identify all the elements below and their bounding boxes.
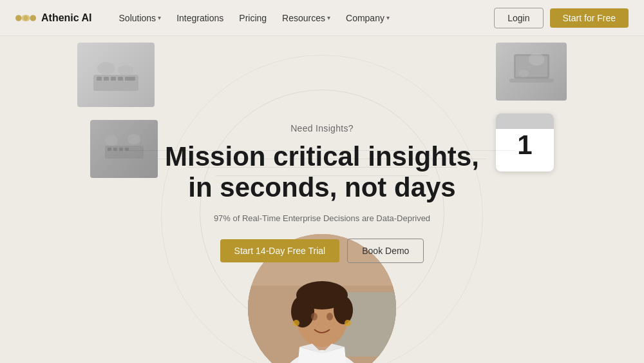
svg-point-12 (518, 70, 529, 77)
svg-point-30 (327, 313, 333, 320)
solutions-chevron-icon: ▾ (158, 14, 161, 21)
hands-typing-icon (99, 126, 150, 172)
company-chevron-icon: ▾ (386, 14, 390, 21)
svg-rect-1 (97, 77, 102, 81)
demo-button[interactable]: Book Demo (347, 239, 424, 263)
nav-solutions-label: Solutions (119, 13, 156, 23)
nav-company-label: Company (346, 13, 384, 23)
navbar: Athenic AI Solutions ▾ Integrations Pric… (0, 0, 644, 36)
svg-rect-15 (113, 148, 117, 151)
svg-rect-4 (118, 77, 123, 81)
svg-point-32 (345, 320, 351, 326)
svg-point-7 (118, 65, 133, 75)
brand-name: Athenic AI (41, 12, 92, 24)
nav-solutions[interactable]: Solutions ▾ (113, 9, 168, 27)
nav-pricing-label: Pricing (239, 13, 267, 23)
nav-resources-label: Resources (282, 13, 325, 23)
svg-rect-5 (125, 77, 135, 81)
svg-rect-17 (125, 148, 129, 151)
keyboard-hands-icon (90, 52, 142, 97)
hero-title: Mission critical insights, in seconds, n… (155, 141, 489, 204)
svg-point-28 (334, 296, 353, 324)
trial-button[interactable]: Start 14-Day Free Trial (220, 239, 340, 262)
hero-section: 1 Need Insights? Mission critical insigh… (0, 36, 644, 363)
svg-rect-10 (509, 79, 554, 83)
svg-point-6 (97, 62, 115, 75)
login-button[interactable]: Login (494, 8, 543, 28)
svg-point-19 (128, 134, 140, 144)
logo-icon (15, 12, 36, 25)
laptop-overhead-icon (504, 48, 559, 96)
calendar-header (496, 113, 554, 129)
svg-rect-14 (108, 148, 111, 151)
hero-image-top-left (77, 43, 155, 107)
nav-resources[interactable]: Resources ▾ (276, 9, 337, 27)
hero-buttons: Start 14-Day Free Trial Book Demo (155, 239, 489, 263)
hero-stat: 97% of Real-Time Enterprise Decisions ar… (155, 213, 489, 223)
nav-integrations-label: Integrations (176, 13, 223, 23)
nav-pricing[interactable]: Pricing (232, 9, 273, 27)
svg-rect-16 (119, 148, 123, 151)
logo[interactable]: Athenic AI (15, 12, 92, 25)
svg-rect-2 (104, 77, 109, 81)
svg-point-31 (293, 320, 299, 326)
resources-chevron-icon: ▾ (327, 14, 330, 21)
hero-image-top-right (496, 43, 567, 101)
start-free-button[interactable]: Start for Free (550, 8, 629, 28)
nav-actions: Login Start for Free (494, 8, 629, 28)
nav-links: Solutions ▾ Integrations Pricing Resourc… (113, 9, 495, 27)
hero-content: Need Insights? Mission critical insights… (155, 123, 489, 264)
svg-point-11 (529, 53, 544, 66)
hero-calendar: 1 (496, 113, 554, 172)
nav-company[interactable]: Company ▾ (339, 9, 396, 27)
calendar-day: 1 (517, 132, 532, 159)
svg-rect-3 (111, 77, 116, 81)
hero-image-mid-left (90, 120, 158, 178)
nav-integrations[interactable]: Integrations (170, 9, 230, 27)
hero-subtitle: Need Insights? (155, 123, 489, 133)
svg-point-18 (105, 135, 118, 146)
svg-point-29 (311, 313, 317, 320)
